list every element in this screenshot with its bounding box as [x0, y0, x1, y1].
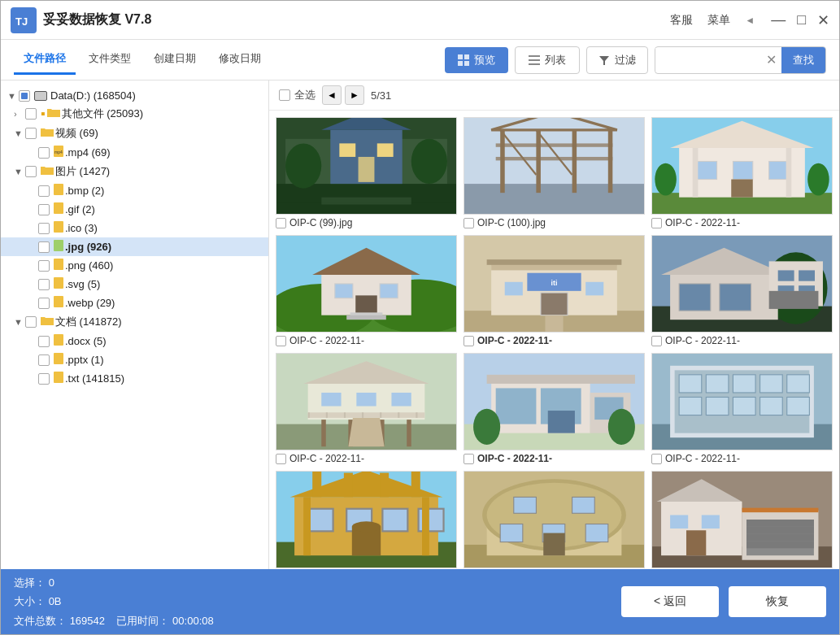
- checkbox-webp[interactable]: [38, 298, 50, 309]
- file-checkbox-f2[interactable]: [464, 218, 474, 228]
- sidebar-item-ico[interactable]: .ico (3): [1, 219, 268, 237]
- file-item-f10[interactable]: [276, 471, 457, 569]
- file-checkbox-f4[interactable]: [276, 336, 286, 346]
- minimize-button[interactable]: —: [771, 11, 786, 28]
- file-item-f11[interactable]: [464, 471, 645, 569]
- file-item-f4[interactable]: OIP-C - 2022-11-: [276, 235, 457, 346]
- checkbox-doc[interactable]: [25, 316, 37, 328]
- svg-rect-130: [733, 375, 755, 393]
- svg-rect-102: [308, 412, 310, 418]
- tab-file-type[interactable]: 文件类型: [79, 45, 141, 75]
- svg-rect-98: [407, 415, 411, 447]
- filter-button[interactable]: 过滤: [586, 46, 648, 74]
- back-button[interactable]: < 返回: [621, 586, 719, 617]
- file-item-f9[interactable]: OIP-C - 2022-11-: [651, 353, 833, 464]
- file-label-f6: OIP-C - 2022-11-: [651, 335, 833, 346]
- file-item-f2[interactable]: OIP-C (100).jpg: [464, 117, 645, 228]
- maximize-button[interactable]: □: [797, 11, 806, 28]
- file-item-f7[interactable]: OIP-C - 2022-11-: [276, 353, 457, 464]
- sidebar-label-pptx: .pptx (1): [65, 354, 104, 366]
- sidebar-item-data-d[interactable]: ▼ Data(D:) (168504): [1, 87, 268, 104]
- svg-rect-79: [545, 315, 563, 332]
- nav-next-button[interactable]: ►: [345, 85, 364, 105]
- svg-rect-49: [697, 161, 716, 179]
- file-item-f1[interactable]: OIP-C (99).jpg: [276, 117, 457, 228]
- checkbox-video[interactable]: [25, 128, 37, 139]
- tab-create-date[interactable]: 创建日期: [144, 45, 206, 75]
- nav-prev-button[interactable]: ◄: [322, 85, 342, 105]
- svg-rect-129: [706, 375, 729, 393]
- sidebar-item-image[interactable]: ▼ 图片 (1427): [1, 162, 268, 181]
- sidebar-item-pptx[interactable]: .pptx (1): [1, 350, 268, 369]
- sidebar-item-doc[interactable]: ▼ 文档 (141872): [1, 312, 268, 332]
- checkbox-bmp[interactable]: [38, 185, 50, 197]
- checkbox-ico[interactable]: [38, 223, 50, 234]
- checkbox-png[interactable]: [38, 260, 50, 272]
- file-item-f12[interactable]: [651, 471, 833, 569]
- svg-point-151: [352, 521, 381, 532]
- list-button[interactable]: 列表: [515, 46, 580, 74]
- svg-rect-111: [391, 393, 411, 407]
- file-checkbox-f5[interactable]: [464, 336, 474, 346]
- file-item-f3[interactable]: OIP-C - 2022-11-: [651, 117, 833, 228]
- file-item-f6[interactable]: OIP-C - 2022-11-: [651, 235, 833, 346]
- checkbox-jpg[interactable]: [38, 241, 50, 253]
- search-clear-button[interactable]: ✕: [761, 52, 781, 67]
- tab-modify-date[interactable]: 修改日期: [209, 45, 271, 75]
- checkbox-data-d[interactable]: [19, 90, 30, 102]
- sidebar-item-gif[interactable]: .gif (2): [1, 200, 268, 219]
- sidebar-item-jpg[interactable]: .jpg (926): [1, 237, 268, 256]
- checkbox-pptx[interactable]: [38, 354, 50, 366]
- file-name-f2: OIP-C (100).jpg: [477, 217, 546, 228]
- checkbox-gif[interactable]: [38, 204, 50, 215]
- sidebar-item-video[interactable]: ▼ 视频 (69): [1, 124, 268, 143]
- sidebar-item-svg[interactable]: .svg (5): [1, 275, 268, 294]
- svg-rect-20: [54, 353, 63, 364]
- file-icon-docx: [54, 334, 63, 348]
- file-checkbox-f1[interactable]: [276, 218, 286, 228]
- total-label: 文件总数：: [14, 615, 67, 627]
- svg-rect-35: [464, 184, 644, 214]
- sidebar-item-bmp[interactable]: .bmp (2): [1, 181, 268, 200]
- sidebar-item-png[interactable]: .png (460): [1, 256, 268, 275]
- svg-rect-75: [505, 282, 523, 296]
- select-all-checkbox[interactable]: [279, 89, 290, 101]
- file-checkbox-f3[interactable]: [651, 218, 662, 228]
- app-window: TJ 妥妥数据恢复 V7.8 客服 菜单 ◄ — □ ✕ 文件路径 文件类型 创…: [0, 0, 840, 635]
- checkbox-other[interactable]: [25, 108, 37, 120]
- sidebar-item-docx[interactable]: .docx (5): [1, 332, 268, 350]
- preview-button[interactable]: 预览: [445, 47, 508, 73]
- checkbox-docx[interactable]: [38, 336, 50, 347]
- svg-rect-148: [382, 509, 407, 532]
- restore-button[interactable]: 恢复: [729, 586, 826, 617]
- file-checkbox-f9[interactable]: [651, 454, 662, 464]
- file-checkbox-f8[interactable]: [464, 454, 474, 464]
- close-button[interactable]: ✕: [817, 11, 829, 29]
- sidebar-item-txt[interactable]: .txt (141815): [1, 369, 268, 388]
- sidebar-item-webp[interactable]: .webp (29): [1, 294, 268, 312]
- svg-rect-173: [746, 534, 814, 541]
- sidebar-item-mp4[interactable]: mp4 .mp4 (69): [1, 143, 268, 162]
- file-checkbox-f6[interactable]: [651, 336, 662, 346]
- customer-service-link[interactable]: 客服: [670, 13, 693, 28]
- search-box: ✕ 查找: [655, 46, 826, 74]
- file-item-f5[interactable]: iti OIP-C - 2022-11-: [464, 235, 645, 346]
- file-thumbnail-f5: iti: [464, 235, 645, 333]
- select-all-label: 全选: [294, 88, 316, 102]
- checkbox-image[interactable]: [25, 166, 37, 177]
- file-checkbox-f7[interactable]: [276, 454, 286, 464]
- file-item-f8[interactable]: OIP-C - 2022-11-: [464, 353, 645, 464]
- file-icon-mp4: mp4: [54, 146, 63, 159]
- checkbox-mp4[interactable]: [38, 147, 50, 159]
- search-button[interactable]: 查找: [781, 47, 825, 73]
- sidebar-item-other[interactable]: › ▪ 其他文件 (25093): [1, 104, 268, 124]
- svg-rect-53: [693, 148, 699, 198]
- tab-file-path[interactable]: 文件路径: [14, 45, 76, 75]
- svg-rect-13: [54, 202, 63, 214]
- svg-rect-159: [514, 497, 537, 513]
- select-all-container: 全选: [279, 88, 316, 102]
- search-input[interactable]: [655, 48, 761, 72]
- checkbox-svg[interactable]: [38, 279, 50, 290]
- menu-link[interactable]: 菜单: [707, 13, 730, 28]
- checkbox-txt[interactable]: [38, 373, 50, 385]
